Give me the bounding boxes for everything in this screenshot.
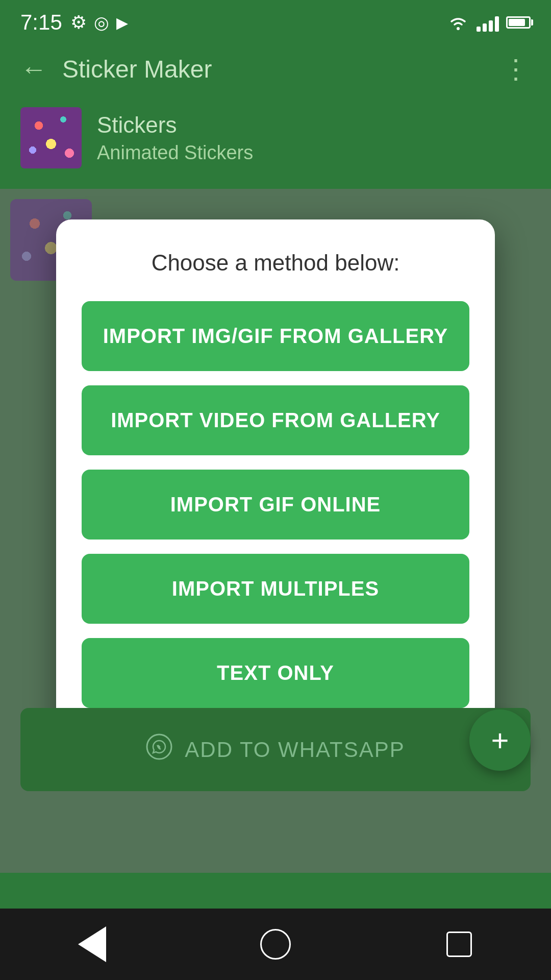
signal-icon [477,13,499,32]
dialog-buttons: IMPORT IMG/GIF FROM GALLERY IMPORT VIDEO… [82,301,469,708]
youtube-icon: ▶ [116,14,128,32]
status-icons-left: ⚙ ◎ ▶ [70,12,128,33]
battery-icon [506,16,531,29]
pack-name: Stickers [97,112,253,138]
home-circle-icon [260,929,291,960]
status-right-icons [447,13,531,32]
pack-subtitle: Animated Stickers [97,142,253,164]
wifi-icon [447,13,469,32]
status-time: 7:15 [20,10,62,35]
nav-home-button[interactable] [255,924,296,965]
import-gif-online-button[interactable]: IMPORT GIF ONLINE [82,470,469,540]
status-bar: 7:15 ⚙ ◎ ▶ [0,0,551,41]
text-only-button[interactable]: TEXT ONLY [82,638,469,708]
fab-add-button[interactable]: + [469,709,531,771]
dialog: Choose a method below: IMPORT IMG/GIF FR… [56,219,495,744]
nav-bar [0,909,551,980]
pack-info: Stickers Animated Stickers [0,97,551,179]
import-img-gif-button[interactable]: IMPORT IMG/GIF FROM GALLERY [82,301,469,371]
app-bar: ← Sticker Maker ⋮ [0,41,551,97]
import-multiples-button[interactable]: IMPORT MULTIPLES [82,554,469,624]
svg-point-0 [457,27,460,30]
whatsapp-icon [146,733,172,766]
pack-text-info: Stickers Animated Stickers [97,112,253,164]
whatsapp-label: ADD TO WHATSAPP [185,738,405,762]
at-sign-icon: ◎ [94,12,109,33]
recent-square-icon [446,932,472,957]
nav-back-button[interactable] [71,924,112,965]
gear-icon: ⚙ [70,12,87,33]
pack-thumbnail-image [20,107,82,168]
add-to-whatsapp-button[interactable]: ADD TO WHATSAPP [20,708,531,791]
whatsapp-bar: ADD TO WHATSAPP [0,708,551,791]
import-video-button[interactable]: IMPORT VIDEO FROM GALLERY [82,385,469,455]
pack-thumbnail [20,107,82,168]
back-triangle-icon [78,926,106,962]
more-options-button[interactable]: ⋮ [503,54,531,84]
main-content: Choose a method below: IMPORT IMG/GIF FR… [0,189,551,873]
back-button[interactable]: ← [20,54,47,84]
nav-recent-button[interactable] [439,924,480,965]
app-title: Sticker Maker [62,55,503,83]
fab-plus-icon: + [491,723,509,758]
dialog-title: Choose a method below: [82,250,469,276]
